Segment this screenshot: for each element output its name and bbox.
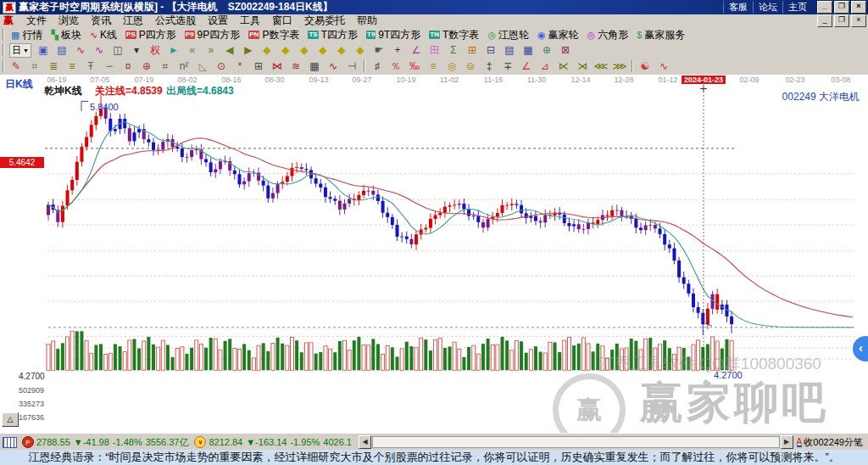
titlebar-link-home[interactable]: 主页 bbox=[782, 1, 812, 14]
toolbar-sectors-button[interactable]: ▚ 板块 bbox=[47, 28, 85, 42]
plus-minus-icon[interactable]: ∓ bbox=[498, 59, 517, 74]
fan-right-icon[interactable]: ⋊ bbox=[573, 59, 592, 74]
shenzhen-index-quote[interactable]: 8212.84▼-163.14-1.95%4026.1 bbox=[209, 437, 354, 447]
menu-browse[interactable]: 浏览 bbox=[53, 14, 85, 28]
toolbar-9t-square-button[interactable]: T9 9T四方形 bbox=[362, 28, 425, 42]
box-grid-icon[interactable]: ▦ bbox=[305, 59, 324, 74]
gann-fan-icon[interactable]: Ŧ bbox=[81, 59, 100, 74]
save-icon[interactable]: ▦ bbox=[519, 42, 537, 58]
toolbar-gann-wheel-button[interactable]: ◎ 江恩轮 bbox=[483, 28, 533, 42]
print-icon[interactable]: ⊠ bbox=[556, 42, 575, 58]
scroll-left-button[interactable]: ◀ bbox=[359, 435, 371, 449]
menu-tools[interactable]: 工具 bbox=[234, 14, 266, 28]
notebook-icon[interactable]: ▤ bbox=[500, 42, 519, 58]
diamond-shrink-icon[interactable]: ◆ bbox=[351, 42, 370, 58]
statistics-icon[interactable]: Σ bbox=[444, 42, 463, 58]
menu-file[interactable]: 文件 bbox=[20, 14, 53, 28]
calculator-icon[interactable]: ⊟ bbox=[481, 42, 500, 58]
square-numbers-icon[interactable]: n² bbox=[175, 59, 193, 74]
calendar-icon[interactable]: ⊞ bbox=[463, 42, 481, 58]
minimize-button[interactable]: _ bbox=[817, 1, 832, 14]
yinyang-icon[interactable]: ☯ bbox=[636, 59, 654, 74]
last-page-icon[interactable]: » bbox=[202, 42, 220, 58]
menu-news[interactable]: 资讯 bbox=[85, 14, 117, 28]
child-close-button[interactable]: × bbox=[851, 14, 866, 27]
crosshair-icon[interactable]: + bbox=[388, 42, 407, 58]
wedge-icon[interactable]: ⊿ bbox=[536, 59, 554, 74]
scrollbar-trough[interactable] bbox=[372, 436, 780, 448]
export-icon[interactable]: ⊕ bbox=[537, 42, 556, 58]
restore-rights-icon[interactable]: 权 bbox=[146, 42, 164, 58]
restore-button[interactable]: ❐ bbox=[834, 1, 849, 14]
menu-gann[interactable]: 江恩 bbox=[117, 14, 149, 28]
shanghai-index-quote[interactable]: 2788.55▼-41.98-1.48%3556.37亿 bbox=[36, 436, 192, 449]
pen-tool-icon[interactable]: ✎ bbox=[7, 59, 25, 74]
time-divider-icon[interactable]: ⊣ bbox=[342, 59, 361, 74]
wave-tool-icon[interactable]: ∿ bbox=[324, 59, 342, 74]
toolbar-winner-wheel-button[interactable]: ◉ 赢家轮 bbox=[533, 28, 583, 42]
gann-grid2-icon[interactable]: ≡ bbox=[63, 59, 81, 74]
toolbar-9p-square-button[interactable]: P9 9P四方形 bbox=[181, 28, 244, 42]
shenzhen-index-icon[interactable]: ¥ bbox=[194, 436, 206, 448]
arc-tool-icon[interactable]: ∽ bbox=[100, 59, 119, 74]
scroll-right-button[interactable]: ▶ bbox=[781, 435, 793, 449]
percent-icon[interactable]: ％ bbox=[387, 59, 405, 74]
permille-icon[interactable]: ‰ bbox=[405, 59, 424, 74]
angle-lines-icon[interactable]: ∠ bbox=[517, 59, 536, 74]
diamond-right-icon[interactable]: ◆ bbox=[314, 42, 332, 58]
tick-chart-link[interactable]: A 收002249分笔 bbox=[797, 436, 863, 449]
target-icon[interactable]: ⊙ bbox=[212, 59, 231, 74]
toolbar-p-square-button[interactable]: PS P四方形 bbox=[121, 28, 181, 42]
golden-circle-icon[interactable]: ◎ bbox=[442, 59, 461, 74]
ray-burst-icon[interactable]: * bbox=[231, 59, 249, 74]
levels-icon[interactable]: ≡ bbox=[424, 59, 442, 74]
ladder-lines-icon[interactable]: ≋ bbox=[287, 59, 305, 74]
toolbar-quotes-button[interactable]: ▦ 行情 bbox=[7, 28, 47, 42]
close-button[interactable]: × bbox=[851, 1, 866, 14]
diamond-expand-icon[interactable]: ◆ bbox=[332, 42, 351, 58]
expand-volume-button[interactable]: △ bbox=[2, 412, 19, 427]
style-dropdown-icon[interactable]: ▾ bbox=[127, 42, 146, 58]
golden-section-icon[interactable]: ⊜ bbox=[461, 59, 480, 74]
shanghai-index-icon[interactable]: P bbox=[22, 436, 34, 448]
period-day-selector[interactable]: 日 ▼ bbox=[9, 43, 31, 58]
matrix-icon[interactable]: ⊞ bbox=[249, 59, 268, 74]
chart-layout-icon[interactable]: ▣ bbox=[34, 42, 53, 58]
speed-lines-icon[interactable]: ⋘ bbox=[592, 59, 610, 74]
toolbar-t-square-button[interactable]: TS T四方形 bbox=[303, 28, 362, 42]
menu-window[interactable]: 窗口 bbox=[266, 14, 298, 28]
menu-settings[interactable]: 设置 bbox=[202, 14, 234, 28]
menu-trade[interactable]: 交易委托 bbox=[298, 14, 351, 28]
hash-grid-icon[interactable]: ⌗ bbox=[156, 59, 175, 74]
angle-tool-icon[interactable]: ◺ bbox=[193, 59, 212, 74]
info-f10-icon[interactable]: ▤ bbox=[53, 42, 71, 58]
fan-left-icon[interactable]: ⋉ bbox=[554, 59, 573, 74]
gann-grid-icon[interactable]: ≣ bbox=[44, 59, 63, 74]
horizontal-scrollbar[interactable]: ◀ ▶ bbox=[359, 436, 793, 448]
diamond-up-icon[interactable]: ◆ bbox=[258, 42, 276, 58]
toolbar-t-number-table-button[interactable]: TN T数字表 bbox=[425, 28, 483, 42]
menu-help[interactable]: 帮助 bbox=[351, 14, 383, 28]
cycle-wave-icon[interactable]: ∿ bbox=[654, 59, 673, 74]
chart-area[interactable]: 江恩工具软件 QQ群100800360 赢家聊吧 赢 日K线 06-1907-0… bbox=[0, 75, 868, 433]
toolbar-winner-service-button[interactable]: $ 赢家服务 bbox=[632, 28, 689, 42]
grid-tool-icon[interactable]: ⌗ bbox=[25, 59, 44, 74]
menu-formula-stockpick[interactable]: 公式选股 bbox=[149, 14, 202, 28]
pivot-tool-icon[interactable]: ¤ bbox=[119, 59, 137, 74]
diamond-down-icon[interactable]: ◆ bbox=[276, 42, 295, 58]
prev-bar-icon[interactable]: ◀ bbox=[220, 42, 239, 58]
ratio-icon[interactable]: ♯ bbox=[368, 59, 387, 74]
hand-drag-icon[interactable]: ☛ bbox=[370, 42, 388, 58]
trend-line-red-icon[interactable]: ∿ bbox=[71, 42, 90, 58]
titlebar-link-forum[interactable]: 论坛 bbox=[753, 1, 782, 14]
split-lines-icon[interactable]: ‡ bbox=[480, 59, 498, 74]
titlebar-link-support[interactable]: 客服 bbox=[723, 1, 753, 14]
percent-lines-icon[interactable]: ⋈ bbox=[268, 59, 287, 74]
candle-style-icon[interactable]: ◫ bbox=[108, 42, 127, 58]
first-page-icon[interactable]: « bbox=[183, 42, 202, 58]
speed-lines2-icon[interactable]: ⋙ bbox=[610, 59, 629, 74]
diamond-left-icon[interactable]: ◆ bbox=[295, 42, 314, 58]
child-restore-button[interactable]: ❐ bbox=[834, 14, 849, 27]
market-grid-icon[interactable] bbox=[3, 437, 17, 448]
toolbar-hexagon-button[interactable]: ◎ 六角形 bbox=[583, 28, 633, 42]
